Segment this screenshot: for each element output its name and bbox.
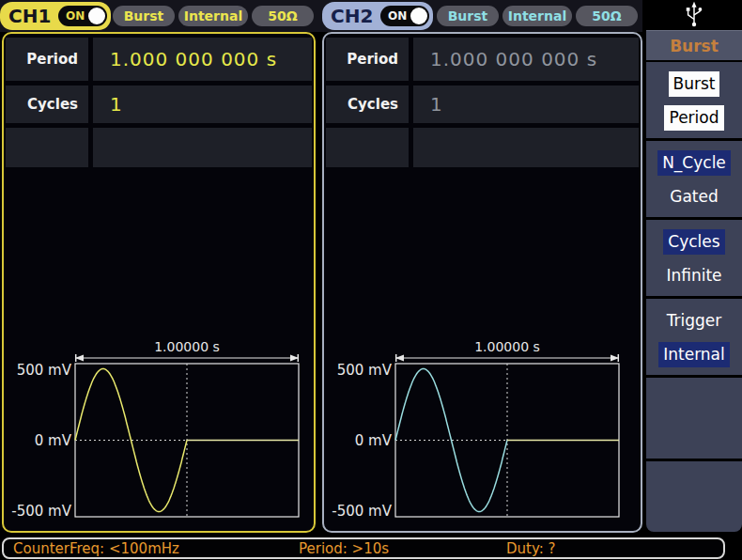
ch1-empty-row-label bbox=[6, 128, 88, 167]
softkey-menu: Burst Burst Period N_Cycle Gated Cycles … bbox=[646, 0, 742, 560]
ch2-cycles-label: Cycles bbox=[326, 86, 409, 123]
toggle-knob bbox=[410, 8, 427, 24]
softkey-empty-1 bbox=[646, 378, 742, 459]
softkey-ncycle-gated[interactable]: N_Cycle Gated bbox=[646, 141, 742, 217]
status-bar: Counter: Freq: <100mHz Period: >10s Duty… bbox=[2, 537, 725, 559]
ch2-empty-row-value bbox=[413, 128, 639, 167]
ch2-tab[interactable]: CH2 ON bbox=[322, 2, 433, 30]
ch1-waveform-plot bbox=[4, 353, 314, 522]
counter-label: Counter: bbox=[13, 540, 74, 557]
ch1-cycles-value[interactable]: 1 bbox=[93, 86, 312, 123]
ch1-empty-row-value bbox=[93, 128, 312, 167]
ch1-impedance-badge: 50Ω bbox=[252, 6, 314, 26]
ch2-header: CH2 ON Burst Internal 50Ω bbox=[322, 0, 642, 32]
softkey-trigger-internal[interactable]: Trigger Internal bbox=[646, 299, 742, 375]
ch2-impedance-badge: 50Ω bbox=[576, 6, 638, 26]
ch1-label: CH1 bbox=[8, 5, 51, 27]
ch1-toggle-label: ON bbox=[66, 9, 85, 23]
instrument-screen: CH1 ON Burst Internal 50Ω CH2 ON Burst I… bbox=[0, 0, 742, 560]
ch2-burst-badge: Burst bbox=[437, 6, 499, 26]
ch1-panel: Period 1.000 000 000 s Cycles 1 1.00000 … bbox=[2, 32, 316, 533]
ch2-parameter-table: Period 1.000 000 000 s Cycles 1 bbox=[326, 38, 639, 167]
ch1-period-value[interactable]: 1.000 000 000 s bbox=[93, 38, 312, 81]
menu-option-ncycle[interactable]: N_Cycle bbox=[657, 150, 731, 176]
ch2-period-label: Period bbox=[326, 38, 409, 81]
ch1-burst-badge: Burst bbox=[113, 6, 175, 26]
ch2-time-span-label: 1.00000 s bbox=[395, 339, 619, 354]
menu-option-gated[interactable]: Gated bbox=[665, 184, 723, 210]
ch1-internal-badge: Internal bbox=[178, 6, 248, 26]
menu-option-trigger[interactable]: Trigger bbox=[662, 308, 727, 334]
softkey-empty-2 bbox=[646, 461, 742, 532]
ch1-cycles-label: Cycles bbox=[6, 86, 88, 123]
ch1-header: CH1 ON Burst Internal 50Ω bbox=[0, 0, 317, 32]
toggle-knob bbox=[88, 8, 105, 24]
ch2-internal-badge: Internal bbox=[502, 6, 572, 26]
counter-freq: Freq: <100mHz bbox=[70, 540, 179, 557]
softkey-burst-period[interactable]: Burst Period bbox=[646, 62, 742, 138]
ch2-toggle-label: ON bbox=[388, 9, 407, 23]
ch2-period-value[interactable]: 1.000 000 000 s bbox=[413, 38, 639, 81]
counter-duty: Duty: ? bbox=[506, 540, 556, 557]
softkey-cycles-infinite[interactable]: Cycles Infinite bbox=[646, 220, 742, 296]
menu-option-cycles[interactable]: Cycles bbox=[663, 229, 724, 255]
ch2-empty-row-label bbox=[326, 128, 409, 167]
ch2-waveform-plot bbox=[324, 353, 634, 522]
ch1-time-span-label: 1.00000 s bbox=[75, 339, 299, 354]
ch1-on-toggle[interactable]: ON bbox=[58, 6, 107, 26]
menu-option-burst[interactable]: Burst bbox=[669, 71, 720, 97]
counter-period: Period: >10s bbox=[299, 540, 389, 557]
menu-option-internal[interactable]: Internal bbox=[658, 342, 730, 367]
menu-option-period[interactable]: Period bbox=[664, 105, 723, 131]
menu-option-infinite[interactable]: Infinite bbox=[661, 263, 726, 288]
ch2-label: CH2 bbox=[331, 5, 373, 27]
ch1-parameter-table: Period 1.000 000 000 s Cycles 1 bbox=[6, 38, 312, 167]
ch1-tab[interactable]: CH1 ON bbox=[0, 2, 111, 30]
ch1-period-label: Period bbox=[6, 38, 88, 81]
ch2-panel: Period 1.000 000 000 s Cycles 1 1.00000 … bbox=[322, 32, 642, 533]
ch2-cycles-value[interactable]: 1 bbox=[413, 86, 639, 123]
menu-title: Burst bbox=[646, 30, 742, 60]
ch2-on-toggle[interactable]: ON bbox=[380, 6, 429, 26]
